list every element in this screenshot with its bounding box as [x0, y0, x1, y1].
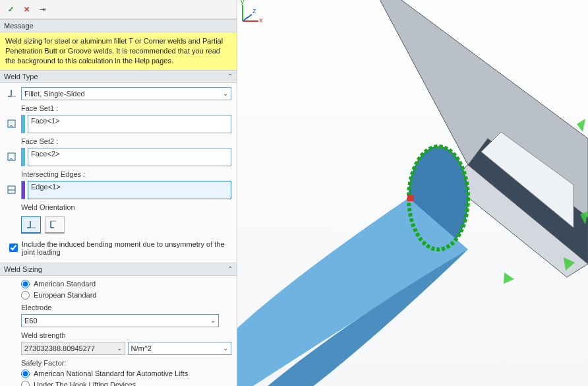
chevron-up-icon: ⌃	[227, 265, 233, 273]
chevron-up-icon: ⌃	[227, 73, 233, 80]
dropdown-value: E60	[24, 317, 38, 325]
chevron-down-icon: ⌄	[223, 344, 228, 352]
orientation-label: Weld Orientation	[21, 203, 231, 211]
cancel-button[interactable]: ✕	[21, 4, 32, 15]
strength-label: Weld strength	[21, 331, 231, 339]
stripe	[21, 181, 25, 199]
strength-unit-dropdown[interactable]: N/m^2 ⌄	[128, 342, 232, 355]
axis-triad-icon: y x z	[237, 0, 264, 26]
3d-model	[237, 0, 588, 386]
svg-text:z: z	[252, 7, 256, 15]
face-icon	[5, 117, 18, 131]
american-standard-radio[interactable]	[21, 280, 30, 288]
ok-button[interactable]: ✓	[5, 4, 16, 15]
dropdown-value: Fillet, Single-Sided	[24, 90, 85, 98]
section-title: Weld Sizing	[4, 265, 42, 273]
stripe	[21, 148, 25, 166]
pushpin-button[interactable]: ⇥	[37, 4, 47, 15]
radio-label: Under The Hook Lifting Devices	[34, 381, 136, 386]
chevron-down-icon: ⌄	[117, 344, 122, 352]
sf-automotive-radio[interactable]	[21, 370, 30, 378]
stripe	[21, 115, 25, 133]
section-title: Weld Type	[4, 73, 38, 80]
sf-lifting-radio[interactable]	[21, 381, 30, 386]
edge-icon	[5, 183, 18, 197]
message-title: Message	[4, 22, 34, 30]
face-set2-label: Face Set2 :	[21, 137, 231, 145]
svg-text:x: x	[259, 16, 263, 24]
svg-marker-11	[577, 119, 585, 132]
field-value: 273032388.80945277	[24, 344, 95, 352]
svg-text:y: y	[241, 0, 245, 5]
face-set1-list[interactable]: Face<1>	[28, 115, 231, 133]
message-body: Weld sizing for steel or aluminum fillet…	[0, 32, 237, 70]
message-header[interactable]: Message	[0, 19, 237, 32]
electrode-dropdown[interactable]: E60 ⌄	[21, 314, 219, 327]
list-item: Face<2>	[31, 150, 59, 158]
weld-sizing-header[interactable]: Weld Sizing ⌃	[0, 263, 237, 276]
radio-label: American National Standard for Automotiv…	[34, 370, 188, 377]
radio-label: American Standard	[34, 280, 96, 288]
orientation-2-button[interactable]	[45, 216, 65, 234]
svg-rect-0	[8, 120, 15, 127]
european-standard-radio[interactable]	[21, 291, 30, 300]
edges-label: Intersecting Edges :	[21, 170, 231, 178]
svg-rect-1	[8, 153, 15, 160]
face-icon	[5, 150, 18, 164]
list-item: Edge<1>	[31, 183, 61, 191]
strength-value-field: 273032388.80945277 ⌄	[21, 342, 125, 355]
safety-factor-label: Safety Factor:	[21, 359, 231, 367]
chevron-down-icon: ⌄	[210, 317, 216, 324]
radio-label: European Standard	[34, 291, 96, 299]
weld-type-header[interactable]: Weld Type ⌃	[0, 70, 237, 83]
checkbox-label: Include the induced bending moment due t…	[22, 240, 231, 256]
weld-type-icon	[5, 87, 18, 100]
orientation-1-button[interactable]	[21, 216, 41, 234]
edges-list[interactable]: Edge<1>	[28, 181, 231, 199]
list-item: Face<1>	[31, 117, 59, 125]
dropdown-value: N/m^2	[131, 344, 152, 352]
weld-type-dropdown[interactable]: Fillet, Single-Sided ⌄	[21, 87, 231, 100]
bending-moment-checkbox[interactable]	[9, 243, 18, 252]
chevron-down-icon: ⌄	[223, 90, 228, 97]
svg-line-17	[243, 15, 252, 21]
3d-viewport[interactable]: y x z	[237, 0, 588, 386]
electrode-label: Electrode	[21, 304, 231, 311]
face-set1-label: Face Set1 :	[21, 104, 231, 112]
face-set2-list[interactable]: Face<2>	[28, 148, 231, 166]
svg-rect-10	[407, 195, 414, 201]
svg-marker-13	[504, 273, 514, 284]
